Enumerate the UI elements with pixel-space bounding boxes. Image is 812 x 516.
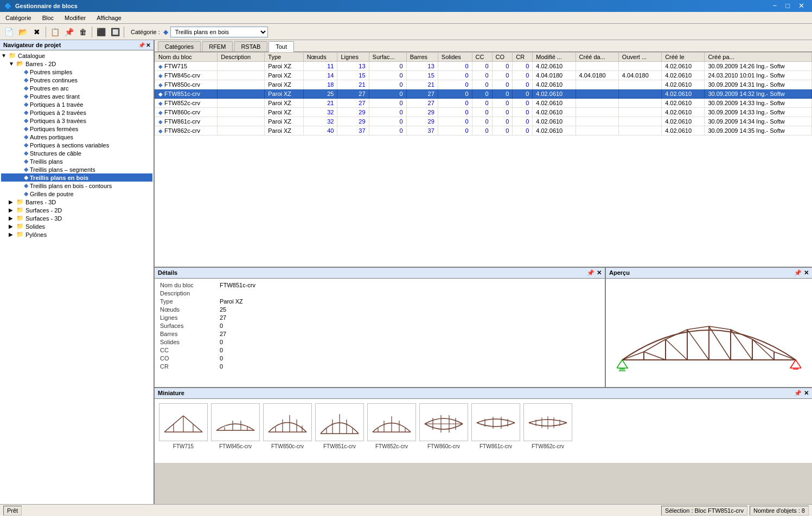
table-row[interactable]: ◆FTW715 Paroi XZ 11 13 0 13 0 0 0 0 4.02… <box>155 62 812 71</box>
bottom-area: Détails 📌 ✕ Nom du bloc FTW851c-crv Desc… <box>155 268 812 504</box>
toolbar-btn-6[interactable]: 🗑 <box>76 25 89 38</box>
tree-item-pylones[interactable]: ▶ 📁 Pylônes <box>1 230 152 238</box>
menu-categorie[interactable]: Catégorie <box>0 14 37 22</box>
miniature-item[interactable]: FTW852c-crv <box>367 403 416 449</box>
tree-item-autres-portiques[interactable]: ◆ Autres portiques <box>1 133 152 141</box>
table-row[interactable]: ◆FTW862c-crv Paroi XZ 40 37 0 37 0 0 0 0… <box>155 126 812 136</box>
tab-rfem[interactable]: RFEM <box>202 41 233 51</box>
detail-row: Description <box>160 290 599 296</box>
block-icon: ◆ <box>24 109 28 116</box>
tree-item-grilles-poutre[interactable]: ◆ Grilles de poutre <box>1 190 152 198</box>
detail-label: Solides <box>160 339 220 345</box>
pin-icon[interactable]: 📌 <box>138 42 145 48</box>
tree-item-surfaces3d[interactable]: ▶ 📁 Surfaces - 3D <box>1 214 152 222</box>
tab-rstab[interactable]: RSTAB <box>234 41 267 51</box>
close-icon[interactable]: ✕ <box>146 42 150 48</box>
miniature-item[interactable]: FTW850c-crv <box>263 403 312 449</box>
miniature-title-text: Miniature <box>158 390 184 397</box>
tree-label: Portiques à 1 travée <box>30 101 83 108</box>
tree-item-treillis-segments[interactable]: ◆ Treillis plans – segments <box>1 165 152 173</box>
cell-barres: 15 <box>406 71 438 80</box>
tree-item-treillis-plans[interactable]: ◆ Treillis plans <box>1 157 152 165</box>
miniature-item[interactable]: FTW715 <box>159 403 208 449</box>
detail-row: Surfaces 0 <box>160 322 599 329</box>
tree-item-portiques-1t[interactable]: ◆ Portiques à 1 travée <box>1 100 152 108</box>
cell-type: Paroi XZ <box>265 62 303 71</box>
tree-item-treillis-bois[interactable]: ◆ Treillis plans en bois <box>1 173 152 182</box>
tree-item-solides[interactable]: ▶ 📁 Solides <box>1 222 152 230</box>
tree-toggle-barres2d[interactable]: ▼ <box>9 61 16 67</box>
tree-item-portiques-3t[interactable]: ◆ Portiques à 3 travées <box>1 117 152 125</box>
cell-creepa: 30.09.2009 14:34 Ing.- Softw <box>705 117 812 126</box>
preview-close-icon[interactable]: ✕ <box>804 269 809 276</box>
tree-item-structures-cable[interactable]: ◆ Structures de câble <box>1 149 152 157</box>
cell-lignes: 27 <box>337 99 369 108</box>
cell-surfaces: 0 <box>369 117 406 126</box>
navigator-title: Navigateur de projet <box>3 42 61 48</box>
svg-line-14 <box>687 326 709 330</box>
tree-item-poutres-tirant[interactable]: ◆ Poutres avec tirant <box>1 92 152 100</box>
cell-noeuds: 11 <box>303 62 337 71</box>
tree-item-barres2d[interactable]: ▼ 📂 Barres - 2D <box>1 60 152 68</box>
status-objects: Nombre d'objets : 8 <box>750 506 809 515</box>
toolbar-btn-3[interactable]: ✖ <box>30 25 43 38</box>
detail-value: 0 <box>220 363 223 370</box>
table-row[interactable]: ◆FTW845c-crv Paroi XZ 14 15 0 15 0 0 0 0… <box>155 71 812 80</box>
block-icon: ◆ <box>24 68 28 75</box>
table-row[interactable]: ◆FTW851c-crv Paroi XZ 25 27 0 27 0 0 0 0… <box>155 89 812 99</box>
miniature-item[interactable]: FTW860c-crv <box>419 403 468 449</box>
col-nom: Nom du bloc <box>155 53 218 62</box>
menu-modifier[interactable]: Modifier <box>59 14 91 22</box>
cell-creele: 4.02.0610 <box>662 99 705 108</box>
tree-item-poutres-continues[interactable]: ◆ Poutres continues <box>1 76 152 84</box>
tree-item-portiques-2t[interactable]: ◆ Portiques à 2 travées <box>1 108 152 117</box>
tabs-bar: Catégories RFEM RSTAB Tout <box>155 40 812 52</box>
detail-row: Solides 0 <box>160 339 599 345</box>
table-row[interactable]: ◆FTW861c-crv Paroi XZ 32 29 0 29 0 0 0 0… <box>155 117 812 126</box>
cell-barres: 21 <box>406 80 438 89</box>
cell-cc: 0 <box>472 117 492 126</box>
cell-creepa: 30.09.2009 14:33 Ing.- Softw <box>705 99 812 108</box>
table-row[interactable]: ◆FTW850c-crv Paroi XZ 18 21 0 21 0 0 0 0… <box>155 80 812 89</box>
miniature-close-icon[interactable]: ✕ <box>804 390 809 397</box>
miniature-pin-icon[interactable]: 📌 <box>794 390 802 397</box>
toolbar-btn-1[interactable]: 📄 <box>2 25 15 38</box>
close-button[interactable]: ✕ <box>795 1 808 11</box>
tree-item-portiques-fermees[interactable]: ◆ Portiques fermées <box>1 125 152 133</box>
preview-pin-icon[interactable]: 📌 <box>794 269 802 276</box>
tab-categories[interactable]: Catégories <box>158 41 201 51</box>
detail-label: Description <box>160 290 220 296</box>
cell-name: ◆FTW862c-crv <box>155 126 218 136</box>
toolbar-btn-5[interactable]: 📌 <box>62 25 75 38</box>
table-row[interactable]: ◆FTW860c-crv Paroi XZ 32 29 0 29 0 0 0 0… <box>155 108 812 117</box>
tree-item-treillis-contours[interactable]: ◆ Treillis plans en bois - contours <box>1 182 152 190</box>
details-pin-icon[interactable]: 📌 <box>587 269 594 276</box>
miniature-item[interactable]: FTW862c-crv <box>523 403 572 449</box>
tree-item-barres3d[interactable]: ▶ 📁 Barres - 3D <box>1 198 152 206</box>
tree-item-portiques-sv[interactable]: ◆ Portiques à sections variables <box>1 141 152 149</box>
tree-toggle-catalogue[interactable]: ▼ <box>1 53 9 59</box>
tree-item-poutres-simples[interactable]: ◆ Poutres simples <box>1 68 152 76</box>
menu-affichage[interactable]: Affichage <box>91 14 127 22</box>
tab-tout[interactable]: Tout <box>268 41 294 52</box>
toolbar-btn-4[interactable]: 📋 <box>48 25 61 38</box>
maximize-button[interactable]: □ <box>782 1 793 11</box>
tree-item-catalogue[interactable]: ▼ 📁 Catalogue <box>1 51 152 60</box>
cell-ouvert <box>618 89 661 99</box>
toolbar-btn-8[interactable]: 🔲 <box>108 25 122 38</box>
table-row[interactable]: ◆FTW852c-crv Paroi XZ 21 27 0 27 0 0 0 0… <box>155 99 812 108</box>
toolbar-btn-7[interactable]: ⬛ <box>94 25 107 38</box>
category-select[interactable]: Treillis plans en bois <box>170 27 268 37</box>
miniature-item[interactable]: FTW845c-crv <box>211 403 260 449</box>
toolbar-btn-2[interactable]: 📂 <box>16 25 29 38</box>
details-close-icon[interactable]: ✕ <box>597 269 602 276</box>
menu-bloc[interactable]: Bloc <box>37 14 59 22</box>
minimize-button[interactable]: − <box>770 1 781 11</box>
tree-item-poutres-arc[interactable]: ◆ Poutres en arc <box>1 84 152 92</box>
details-panel-controls: 📌 ✕ <box>587 269 602 276</box>
svg-line-16 <box>709 326 731 330</box>
tree-item-surfaces2d[interactable]: ▶ 📁 Surfaces - 2D <box>1 206 152 214</box>
miniature-item[interactable]: FTW851c-crv <box>315 403 364 449</box>
miniature-item[interactable]: FTW861c-crv <box>471 403 520 449</box>
block-icon: ◆ <box>24 190 28 197</box>
